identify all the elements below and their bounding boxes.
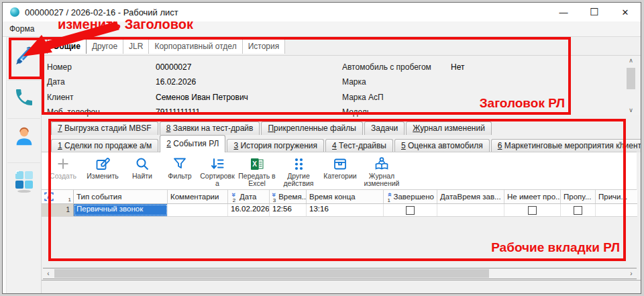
column-header-event-type[interactable]: Тип события	[74, 190, 168, 203]
row-number-cell: 1	[42, 204, 74, 216]
scrollbar-thumb[interactable]	[627, 68, 635, 89]
tab-zadachi[interactable]: Задачи	[364, 121, 405, 135]
worksheet-header-form: Номер 00000027 Дата 16.02.2026 Клиент Се…	[42, 55, 641, 115]
menu-bar: Форма	[3, 21, 641, 37]
field-label: Моб. телефон	[47, 107, 100, 117]
tab-prikreplennye-fayly[interactable]: Прикрепленные файлы	[261, 121, 363, 135]
main-area: Общие Другое JLR Корпоративный отдел Ист…	[42, 37, 641, 293]
column-header-time[interactable]: » 3 Время...	[270, 190, 307, 203]
svg-text:X: X	[252, 160, 257, 168]
sidebar	[3, 37, 42, 293]
tab-sdelki[interactable]: 1 Сделки по продаже а/м	[51, 139, 158, 152]
scroll-down-icon[interactable]: ∨	[625, 105, 637, 115]
reason-cell[interactable]	[596, 204, 636, 216]
date-cell[interactable]: 16.02.2026	[228, 204, 270, 216]
box-icon	[332, 154, 348, 172]
column-header-missed[interactable]: Пропу...	[561, 190, 596, 203]
create-button[interactable]: Создать	[44, 154, 82, 189]
tab-test-drayvy[interactable]: 4 Тест-драйвы	[325, 139, 393, 152]
missed-cell	[561, 204, 596, 216]
tab-jlr[interactable]: JLR	[123, 40, 149, 54]
client-field[interactable]: Семенов Иван Петрович	[156, 93, 248, 102]
column-header-reason[interactable]: Причи...	[596, 190, 636, 203]
missed-checkbox[interactable]	[574, 206, 582, 215]
export-excel-button[interactable]: X Передать в Excel	[236, 154, 278, 189]
sort-button[interactable]: Сортировка	[199, 154, 236, 189]
sidebar-item-worksheet[interactable]	[12, 42, 36, 69]
tab-istoriya-pogruzheniya[interactable]: 3 История погружения	[227, 139, 324, 152]
column-header-comments[interactable]: Комментарии	[168, 190, 228, 203]
find-button[interactable]: Найти	[123, 154, 161, 189]
tab-sobytiya-rl[interactable]: 2 События РЛ	[160, 135, 225, 152]
minimize-button[interactable]: —	[548, 3, 579, 21]
event-type-cell[interactable]: Первичный звонок	[74, 204, 168, 216]
column-header-completed[interactable]: » 1 Завершено	[384, 190, 437, 203]
tab-otsenka-avtomobilya[interactable]: 5 Оценка автомобиля	[394, 139, 490, 152]
scroll-left-icon[interactable]: ‹	[43, 268, 54, 279]
time-start-cell[interactable]: 12:56	[270, 204, 307, 216]
sidebar-strip	[3, 37, 7, 293]
grid-header-row: A 1 Тип события Комментарии »	[42, 190, 637, 204]
person-book-icon	[374, 154, 390, 172]
tab-istoriya[interactable]: История	[243, 40, 286, 54]
change-log-button[interactable]: Журнал изменений	[361, 154, 402, 189]
tab-korp-otdel[interactable]: Корпоративный отдел	[149, 40, 242, 54]
field-label: Марка АсП	[342, 93, 384, 102]
edit-button[interactable]: Изменить	[82, 154, 123, 189]
field-label: Дата	[47, 77, 65, 87]
filter-icon	[172, 154, 188, 172]
sidebar-item-apps[interactable]	[12, 168, 36, 195]
person-icon	[13, 126, 35, 147]
no-process-cell	[504, 204, 561, 216]
used-car-field[interactable]: Нет	[451, 62, 464, 72]
no-process-checkbox[interactable]	[528, 206, 537, 215]
sidebar-item-client[interactable]	[12, 123, 36, 150]
horizontal-scrollbar[interactable]: ‹ ›	[43, 268, 637, 279]
sort-asc-icon: » 1	[386, 191, 392, 203]
sort-desc-icon: » 3	[272, 191, 276, 203]
header-tab-strip: Общие Другое JLR Корпоративный отдел Ист…	[47, 40, 285, 54]
menu-forma[interactable]: Форма	[9, 24, 34, 34]
tab-vygruzka-mbsf[interactable]: 7 Выгрузка стадий MBSF	[51, 121, 158, 135]
datetime-completed-cell[interactable]	[437, 204, 504, 216]
header-vertical-scrollbar[interactable]: ∧ ∨	[625, 56, 637, 115]
column-header-time-end[interactable]: Время конца	[307, 190, 384, 203]
work-tab-strip-top: 7 Выгрузка стадий MBSF 8 Заявки на тест-…	[51, 121, 493, 135]
sidebar-item-calls[interactable]	[12, 84, 36, 111]
comments-cell[interactable]	[168, 204, 228, 216]
field-label: Номер	[47, 62, 72, 72]
categories-button[interactable]: Категории	[319, 154, 361, 189]
events-grid: A 1 Тип события Комментарии »	[42, 190, 637, 217]
tab-overflow-icon[interactable]: ▾	[619, 140, 622, 146]
apps-grid-icon	[13, 169, 36, 193]
field-label: Марка	[342, 77, 366, 87]
completed-checkbox[interactable]	[406, 206, 415, 215]
scrollbar-thumb[interactable]	[54, 269, 489, 278]
sort-icon	[209, 154, 225, 172]
table-row[interactable]: 1 Первичный звонок 16.02.2026 12:56 13:1…	[42, 204, 637, 217]
maximize-button[interactable]: ☐	[579, 3, 610, 21]
grid-corner-cell[interactable]: A 1	[42, 190, 74, 203]
other-actions-button[interactable]: Другие действия	[278, 154, 319, 189]
scroll-up-icon[interactable]: ∧	[625, 56, 637, 66]
tab-drugoe[interactable]: Другое	[87, 40, 123, 54]
search-icon	[134, 154, 150, 172]
column-header-no-process[interactable]: Не имеет про...	[504, 190, 561, 203]
app-icon	[10, 7, 19, 17]
dots-grid-icon	[290, 154, 307, 172]
completed-cell	[384, 204, 437, 216]
column-header-datetime-completed[interactable]: ДатаВремя зав...	[437, 190, 504, 203]
tab-zayavki-test-drive[interactable]: 8 Заявки на тест-драйв	[160, 121, 260, 135]
filter-button[interactable]: Фильтр	[161, 154, 199, 189]
excel-icon: X	[249, 154, 265, 172]
column-header-date[interactable]: » 2 Дата	[228, 190, 270, 203]
close-button[interactable]: ✕	[610, 3, 641, 21]
time-end-cell[interactable]: 13:16	[307, 204, 384, 216]
scroll-right-icon[interactable]: ›	[626, 268, 637, 279]
tab-obshchie[interactable]: Общие	[47, 40, 87, 54]
number-field[interactable]: 00000027	[156, 62, 191, 72]
mobile-phone-field[interactable]: 79111111111	[156, 107, 200, 117]
corner-letter: A	[47, 193, 51, 200]
date-field[interactable]: 16.02.2026	[156, 77, 196, 87]
tab-zhurnal-izmeneniy[interactable]: Журнал изменений	[406, 121, 492, 135]
